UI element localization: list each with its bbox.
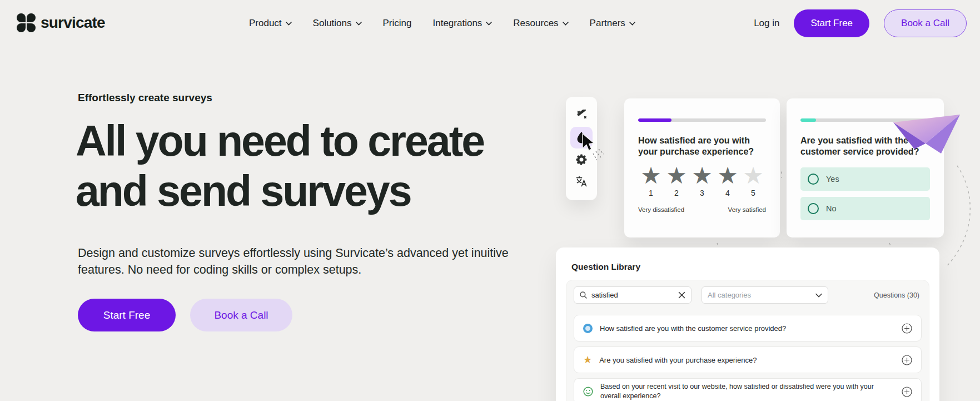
chevron-down-icon [815, 293, 822, 298]
question-row[interactable]: Based on your recent visit to our websit… [574, 378, 922, 401]
survey-card-yes-no: Are you satisfied with the customer serv… [787, 98, 944, 237]
star-rating-number: 4 [715, 189, 740, 197]
nav-item-pricing[interactable]: Pricing [383, 18, 412, 29]
add-question-icon[interactable] [902, 387, 912, 397]
survey-card-star-rating: How satisfied are you with your purchase… [624, 98, 780, 237]
hero-heading: All you need to create and send surveys [76, 116, 484, 216]
hero-start-free-button[interactable]: Start Free [78, 299, 176, 331]
category-dropdown[interactable]: All categories [702, 286, 828, 304]
smiley-icon [583, 387, 593, 397]
min-anchor-label: Very dissatisfied [638, 206, 684, 213]
rating-anchor-labels: Very dissatisfied Very satisfied [638, 206, 766, 213]
progress-fill [638, 118, 671, 122]
progress-track [800, 118, 930, 122]
question-library-title: Question Library [571, 262, 929, 272]
progress-fill [800, 118, 816, 122]
survey-question: Are you satisfied with the customer serv… [800, 135, 930, 157]
nav-item-partners[interactable]: Partners [590, 18, 635, 29]
star-icon: ★ [689, 164, 715, 187]
hero-heading-line2: and send surveys [76, 166, 484, 216]
star-rating-3[interactable]: ★3 [689, 164, 715, 197]
nav-item-solutions[interactable]: Solutions [313, 18, 362, 29]
hero-heading-line1: All you need to create [76, 116, 484, 166]
question-row[interactable]: ★ Are you satisfied with your purchase e… [574, 346, 922, 373]
nav-item-resources[interactable]: Resources [513, 18, 568, 29]
category-placeholder: All categories [708, 291, 751, 299]
survey-question: How satisfied are you with your purchase… [638, 135, 766, 157]
star-rating-5[interactable]: ★5 [740, 164, 766, 197]
chevron-down-icon [563, 22, 569, 26]
star-icon: ★ [740, 164, 766, 187]
nav-start-free-button[interactable]: Start Free [794, 9, 869, 37]
translate-icon[interactable] [570, 171, 593, 193]
star-icon: ★ [664, 164, 689, 187]
option-yes[interactable]: Yes [800, 167, 930, 191]
star-rating-2[interactable]: ★2 [664, 164, 689, 197]
survicate-logo[interactable]: survicate [17, 13, 105, 32]
star-rating-number: 2 [664, 189, 689, 197]
add-question-icon[interactable] [902, 323, 912, 334]
chevron-down-icon [486, 22, 492, 26]
nav-item-product[interactable]: Product [249, 18, 292, 29]
nav-actions: Log in Start Free Book a Call [754, 0, 967, 47]
star-rating-number: 1 [638, 189, 664, 197]
star-rating-1[interactable]: ★1 [638, 164, 664, 197]
hero-eyebrow: Effortlessly create surveys [78, 92, 212, 104]
star-icon: ★ [638, 164, 664, 187]
survicate-logo-icon [17, 13, 36, 32]
star-icon: ★ [583, 355, 592, 365]
mouse-cursor-icon [581, 133, 608, 165]
clear-search-icon[interactable] [678, 291, 685, 299]
choice-options: Yes No [800, 167, 930, 220]
landing-page: survicate Product Solutions Pricing Inte… [0, 0, 980, 401]
nav-links: Product Solutions Pricing Integrations R… [249, 0, 635, 47]
question-list: How satisfied are you with the customer … [574, 315, 922, 401]
radio-icon [808, 203, 819, 214]
search-input[interactable]: satisfied [574, 286, 692, 304]
question-library-panel: Question Library satisfied All categorie… [556, 247, 939, 401]
hero-book-call-button[interactable]: Book a Call [190, 299, 292, 331]
question-row[interactable]: How satisfied are you with the customer … [574, 315, 922, 341]
rating-scale-icon [583, 324, 593, 333]
search-icon [580, 291, 587, 299]
library-controls: satisfied All categories Questions (30) [574, 286, 922, 304]
hero-description: Design and customize surveys effortlessl… [78, 245, 517, 278]
radio-icon [808, 174, 819, 185]
star-rating-4[interactable]: ★4 [715, 164, 740, 197]
chevron-down-icon [629, 22, 635, 26]
nav-book-call-button[interactable]: Book a Call [884, 9, 967, 37]
star-rating-number: 3 [689, 189, 715, 197]
search-value: satisfied [591, 291, 618, 299]
max-anchor-label: Very satisfied [728, 206, 766, 213]
star-icon: ★ [715, 164, 740, 187]
magic-wand-icon[interactable] [570, 105, 593, 127]
add-question-icon[interactable] [902, 355, 912, 365]
question-count: Questions (30) [874, 291, 922, 299]
progress-track [638, 118, 766, 122]
nav-item-integrations[interactable]: Integrations [433, 18, 493, 29]
top-navbar: survicate Product Solutions Pricing Inte… [0, 0, 980, 47]
chevron-down-icon [356, 22, 362, 26]
question-library-body: satisfied All categories Questions (30) [566, 280, 929, 401]
option-no[interactable]: No [800, 197, 930, 220]
login-link[interactable]: Log in [754, 18, 779, 29]
star-rating-scale: ★1★2★3★4★5 [638, 164, 766, 197]
star-rating-number: 5 [740, 189, 766, 197]
chevron-down-icon [286, 22, 292, 26]
hero-cta-group: Start Free Book a Call [78, 299, 292, 331]
logo-wordmark: survicate [41, 14, 105, 32]
